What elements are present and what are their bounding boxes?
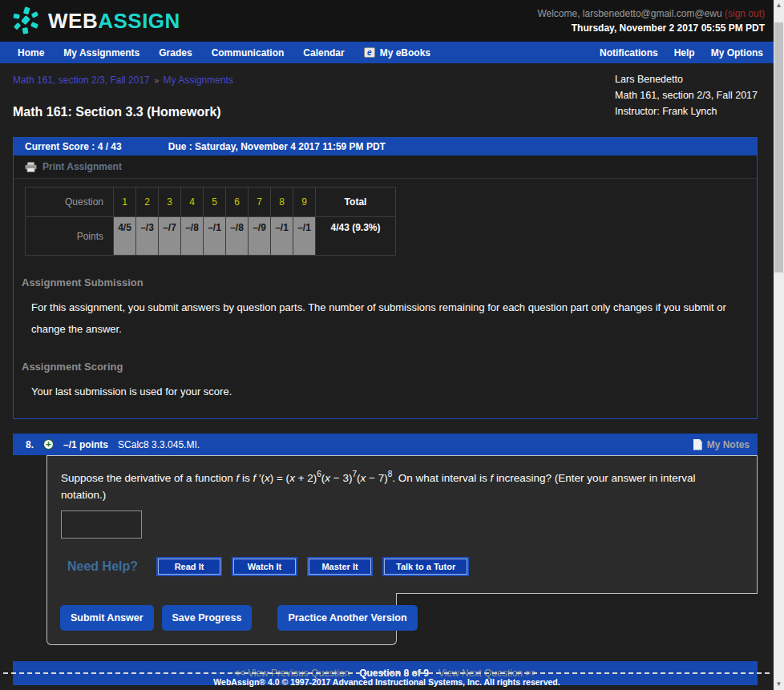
sign-out-link[interactable]: (sign out) [725, 8, 765, 19]
question-section: 8. + –/1 points SCalc8 3.3.045.MI. My No… [13, 434, 758, 645]
scrollbar-thumb[interactable] [774, 22, 783, 272]
question-link-4[interactable]: 4 [181, 188, 204, 217]
nav-home[interactable]: Home [18, 47, 44, 59]
main-nav: Home My Assignments Grades Communication… [0, 42, 784, 63]
welcome-text: Welcome, larsbenedetto@gmail.com@ewu [537, 8, 721, 19]
scrollbar-down-icon[interactable]: ▼ [774, 679, 784, 690]
nav-notifications[interactable]: Notifications [600, 47, 658, 59]
question-link-1[interactable]: 1 [114, 188, 136, 217]
points-cell-1: 4/5 [114, 217, 136, 256]
total-label: Total [316, 188, 396, 217]
breadcrumb-my-assignments-link[interactable]: My Assignments [164, 75, 233, 86]
print-assignment-link[interactable]: Print Assignment [42, 161, 122, 172]
points-cell-8: –/1 [271, 217, 293, 256]
nav-left: Home My Assignments Grades Communication… [18, 47, 430, 59]
submission-text: For this assignment, you submit answers … [31, 297, 737, 340]
points-row: Points 4/5 –/3 –/7 –/8 –/1 –/8 –/9 –/1 –… [26, 217, 396, 256]
read-it-button[interactable]: Read It [158, 559, 220, 575]
due-date: Due : Saturday, November 4 2017 11:59 PM… [168, 141, 386, 152]
nav-calendar[interactable]: Calendar [303, 47, 344, 59]
assignment-info-box: Current Score : 4 / 43 Due : Saturday, N… [13, 137, 758, 419]
question-number: 8. [26, 439, 34, 450]
points-cell-9: –/1 [293, 217, 316, 256]
question-link-3[interactable]: 3 [159, 188, 181, 217]
nav-communication[interactable]: Communication [212, 47, 285, 59]
user-name: Lars Benedetto [615, 71, 758, 87]
footer-copyright: WebAssign® 4.0 © 1997-2017 Advanced Inst… [0, 677, 774, 687]
user-instructor: Instructor: Frank Lynch [615, 103, 758, 119]
points-cell-6: –/8 [226, 217, 249, 256]
question-header: 8. + –/1 points SCalc8 3.3.045.MI. My No… [13, 434, 758, 455]
current-score: Current Score : 4 / 43 [25, 141, 122, 152]
question-body: Suppose the derivative of a function f i… [46, 455, 758, 645]
talk-to-tutor-button[interactable]: Talk to a Tutor [384, 559, 467, 575]
webassign-logo[interactable]: WEBASSIGN [11, 6, 180, 36]
nav-my-assignments[interactable]: My Assignments [63, 47, 139, 59]
need-help-row: Need Help? Read It Watch It Master It Ta… [67, 556, 742, 577]
points-cell-5: –/1 [204, 217, 226, 256]
question-points: –/1 points [63, 439, 108, 450]
watch-it-button[interactable]: Watch It [233, 559, 296, 575]
scoring-text: Your last submission is used for your sc… [31, 381, 737, 402]
current-datetime: Thursday, November 2 2017 05:55 PM PDT [537, 21, 765, 35]
scrollbar[interactable]: ▲ ▼ [774, 0, 784, 690]
question-link-5[interactable]: 5 [204, 188, 226, 217]
note-icon [693, 439, 702, 450]
score-bar: Current Score : 4 / 43 Due : Saturday, N… [14, 138, 757, 155]
points-cell-7: –/9 [249, 217, 271, 256]
question-link-6[interactable]: 6 [226, 188, 249, 217]
points-cell-2: –/3 [136, 217, 159, 256]
user-info: Lars Benedetto Math 161, section 2/3, Fa… [615, 71, 758, 119]
question-code: SCalc8 3.3.045.MI. [118, 439, 200, 450]
top-header: WEBASSIGN Welcome, larsbenedetto@gmail.c… [0, 0, 784, 42]
nav-right: Notifications Help My Options [600, 47, 763, 59]
save-progress-button[interactable]: Save Progress [162, 605, 253, 631]
user-meta: Welcome, larsbenedetto@gmail.com@ewu (si… [537, 6, 765, 35]
expand-plus-icon[interactable]: + [43, 439, 54, 450]
question-link-9[interactable]: 9 [293, 188, 316, 217]
nav-grades[interactable]: Grades [159, 47, 192, 59]
page-head: Math 161, section 2/3, Fall 2017 » My As… [13, 63, 758, 119]
master-it-button[interactable]: Master It [309, 559, 371, 575]
question-link-7[interactable]: 7 [249, 188, 271, 217]
print-row: Print Assignment [14, 155, 757, 179]
need-help-label: Need Help? [67, 559, 138, 574]
user-course: Math 161, section 2/3, Fall 2017 [615, 87, 758, 103]
nav-my-options[interactable]: My Options [711, 47, 763, 59]
printer-icon [25, 162, 37, 172]
question-text: Suppose the derivative of a function f i… [61, 466, 742, 503]
question-link-8[interactable]: 8 [271, 188, 293, 217]
points-cell-3: –/7 [159, 217, 181, 256]
question-actions: Submit Answer Save Progress Practice Ano… [46, 593, 397, 645]
points-label: Points [26, 217, 114, 256]
submission-heading: Assignment Submission [22, 276, 757, 289]
points-cell-4: –/8 [181, 217, 204, 256]
my-notes-button[interactable]: My Notes [693, 439, 750, 450]
score-table: Question 1 2 3 4 5 6 7 8 9 Total Points … [25, 187, 396, 256]
logo-text: WEBASSIGN [48, 9, 180, 34]
logo-burst-icon [11, 6, 42, 36]
nav-my-ebooks[interactable]: eMy eBooks [364, 47, 430, 59]
question-label: Question [26, 188, 114, 217]
submit-answer-button[interactable]: Submit Answer [60, 605, 154, 631]
breadcrumb-course-link[interactable]: Math 161, section 2/3, Fall 2017 [13, 75, 150, 86]
nav-help[interactable]: Help [674, 47, 695, 59]
question-header-row: Question 1 2 3 4 5 6 7 8 9 Total [26, 188, 396, 217]
scrollbar-up-icon[interactable]: ▲ [774, 0, 784, 11]
total-value: 4/43 (9.3%) [316, 217, 396, 256]
ebook-icon: e [364, 47, 375, 58]
breadcrumb-separator-icon: » [154, 75, 159, 85]
scoring-heading: Assignment Scoring [22, 361, 757, 373]
question-bottom-edge [397, 593, 758, 645]
footer-divider [3, 672, 770, 674]
question-link-2[interactable]: 2 [136, 188, 159, 217]
answer-input[interactable] [61, 510, 142, 539]
